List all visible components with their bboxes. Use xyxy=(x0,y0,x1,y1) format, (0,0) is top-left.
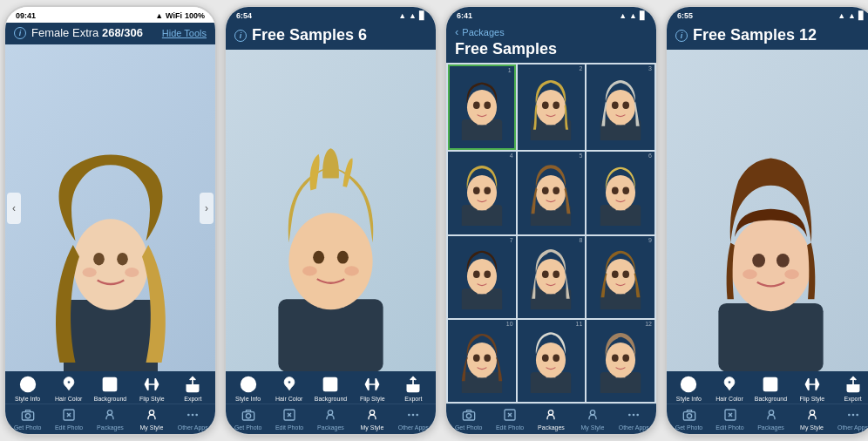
toolbar-hair-color[interactable]: Hair Color xyxy=(53,375,85,402)
info-icon-2[interactable]: i xyxy=(234,30,247,42)
tab-packages-4[interactable]: Packages xyxy=(756,406,787,431)
hair-color-label: Hair Color xyxy=(55,396,83,402)
tab-edit-photo-3[interactable]: Edit Photo xyxy=(494,406,526,431)
grid-cell-4[interactable]: 4 xyxy=(448,152,516,234)
tab-get-photo-3[interactable]: Get Photo xyxy=(453,406,485,431)
grid-cell-9[interactable]: 9 xyxy=(587,236,654,318)
svg-point-92 xyxy=(606,259,635,294)
toolbar-flip-style-4[interactable]: Flip Style xyxy=(797,375,828,402)
back-text-3[interactable]: Packages xyxy=(462,27,504,37)
svg-point-117 xyxy=(628,414,631,417)
tab-my-style-1[interactable]: My Style xyxy=(136,406,167,431)
grid-cell-1[interactable]: 1 xyxy=(448,64,516,150)
flip-style-icon xyxy=(142,375,161,394)
toolbar-background-2[interactable]: Background xyxy=(315,375,347,402)
tab-my-style-3[interactable]: My Style xyxy=(577,406,608,431)
grid-cell-3[interactable]: 3 xyxy=(587,64,654,150)
tab-get-photo-2[interactable]: Get Photo xyxy=(233,406,264,431)
tab-packages-3[interactable]: Packages xyxy=(535,406,566,431)
svg-point-52 xyxy=(467,90,497,125)
svg-point-68 xyxy=(473,187,480,194)
back-chevron-3[interactable]: ‹ xyxy=(455,25,458,38)
content-1: ‹ › xyxy=(5,44,215,371)
toolbar-style-info-2[interactable]: Style Info xyxy=(233,375,264,402)
mini-face-1 xyxy=(455,75,509,140)
info-icon-4[interactable]: i xyxy=(675,30,688,42)
status-bar-1: 09:41 ▲ WiFi 100% xyxy=(5,7,215,23)
info-icon-1[interactable]: i xyxy=(14,27,26,39)
hair-color-icon xyxy=(59,375,78,394)
svg-point-102 xyxy=(536,343,566,377)
tab-packages-2[interactable]: Packages xyxy=(315,406,346,431)
grid-cell-5[interactable]: 5 xyxy=(518,152,586,234)
toolbar-export-4[interactable]: Export xyxy=(837,375,868,402)
toolbar-style-info[interactable]: Style Info xyxy=(12,375,44,402)
tab-bar-3: Get Photo Edit Photo Packages My Style O… xyxy=(446,404,656,434)
svg-point-119 xyxy=(637,414,640,417)
battery-icon-2: ▊ xyxy=(419,11,425,20)
battery-icon-1: 100% xyxy=(185,11,205,20)
svg-point-46 xyxy=(370,410,374,415)
toolbar-1: Style Info Hair Color Background Flip St… xyxy=(5,371,215,404)
tab-get-photo-4[interactable]: Get Photo xyxy=(674,406,705,431)
tab-get-photo-1[interactable]: Get Photo xyxy=(12,406,44,431)
app-header-1: i Female Extra 268/306 Hide Tools xyxy=(5,23,215,44)
svg-point-41 xyxy=(246,414,250,418)
toolbar-flip-style[interactable]: Flip Style xyxy=(136,375,167,402)
wifi-icon-2: ▲ xyxy=(409,11,417,20)
tab-edit-photo-4[interactable]: Edit Photo xyxy=(715,406,746,431)
wifi-icon-4: ▲ xyxy=(848,11,856,20)
hide-tools-btn[interactable]: Hide Tools xyxy=(162,28,207,38)
grid-cell-7[interactable]: 7 xyxy=(448,236,516,318)
tab-packages-1[interactable]: Packages xyxy=(94,406,125,431)
mini-face-4 xyxy=(455,160,509,226)
edit-photo-icon-2 xyxy=(281,406,298,424)
tab-edit-photo-2[interactable]: Edit Photo xyxy=(274,406,305,431)
tab-other-apps-4[interactable]: Other Apps xyxy=(837,406,869,431)
tab-my-style-2[interactable]: My Style xyxy=(356,406,388,431)
svg-point-29 xyxy=(337,251,349,264)
svg-point-22 xyxy=(187,414,190,417)
svg-point-82 xyxy=(467,259,497,294)
arrow-left[interactable]: ‹ xyxy=(7,193,21,224)
toolbar-background[interactable]: Background xyxy=(94,375,126,402)
hair-color-label-2: Hair Color xyxy=(275,396,303,402)
status-icons-1: ▲ WiFi 100% xyxy=(155,11,205,20)
toolbar-export[interactable]: Export xyxy=(177,375,208,402)
svg-point-123 xyxy=(752,254,765,268)
packages-icon-3 xyxy=(542,406,559,424)
svg-point-24 xyxy=(196,414,199,417)
toolbar-flip-style-2[interactable]: Flip Style xyxy=(356,375,388,402)
signal-icon-3: ▲ xyxy=(619,11,627,20)
svg-point-78 xyxy=(612,187,619,194)
svg-point-140 xyxy=(769,410,773,415)
grid-cell-10[interactable]: 10 xyxy=(448,320,516,402)
grid-cell-8[interactable]: 8 xyxy=(518,236,586,318)
get-photo-label-3: Get Photo xyxy=(455,424,483,431)
tab-other-apps-1[interactable]: Other Apps xyxy=(177,406,208,431)
svg-point-57 xyxy=(536,90,566,125)
tab-other-apps-2[interactable]: Other Apps xyxy=(397,406,429,431)
toolbar-background-4[interactable]: Background xyxy=(755,375,787,402)
grid-cell-11[interactable]: 11 xyxy=(518,320,586,402)
mini-face-12 xyxy=(593,328,648,393)
grid-cell-12[interactable]: 12 xyxy=(587,320,654,402)
tab-bar-1: Get Photo Edit Photo Packages My Style O… xyxy=(5,404,215,434)
svg-point-103 xyxy=(542,355,549,363)
arrow-right[interactable]: › xyxy=(200,193,214,224)
toolbar-style-info-4[interactable]: Style Info xyxy=(673,375,704,402)
grid-cell-6[interactable]: 6 xyxy=(587,152,654,234)
toolbar-hair-color-4[interactable]: Hair Color xyxy=(714,375,745,402)
cell-number-2: 2 xyxy=(579,65,582,71)
svg-point-144 xyxy=(856,414,858,417)
toolbar-export-2[interactable]: Export xyxy=(397,375,429,402)
tab-edit-photo-1[interactable]: Edit Photo xyxy=(53,406,85,431)
style-info-label: Style Info xyxy=(15,396,40,402)
background-icon xyxy=(100,375,119,394)
tab-other-apps-3[interactable]: Other Apps xyxy=(618,406,649,431)
toolbar-hair-color-2[interactable]: Hair Color xyxy=(274,375,305,402)
svg-point-3 xyxy=(93,253,105,265)
tab-my-style-4[interactable]: My Style xyxy=(797,406,828,431)
svg-point-77 xyxy=(606,175,635,210)
grid-cell-2[interactable]: 2 xyxy=(518,64,586,150)
